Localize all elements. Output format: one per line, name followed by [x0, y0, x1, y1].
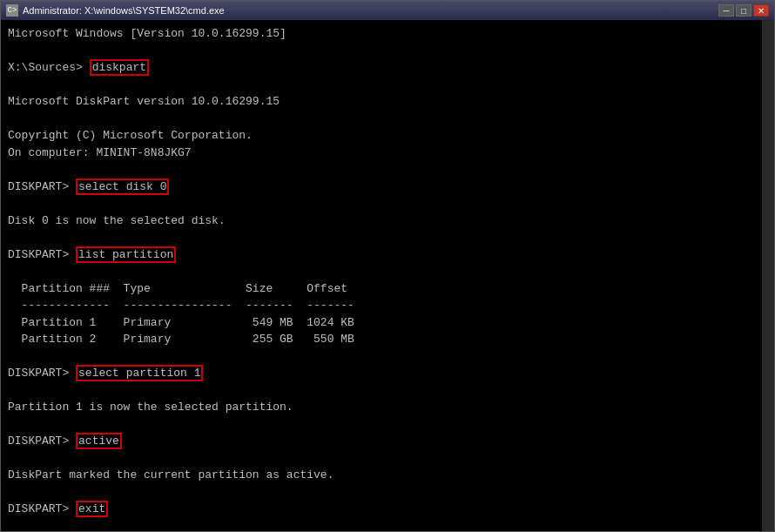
terminal-command-line: X:\Sources> diskpart	[8, 59, 755, 77]
terminal-line: On computer: MININT-8N8JKG7	[8, 145, 755, 162]
terminal-line: Partition 1 Primary 549 MB 1024 KB	[8, 314, 755, 332]
scrollbar[interactable]	[762, 20, 774, 531]
maximize-button[interactable]: □	[736, 4, 751, 17]
terminal-container: Microsoft Windows [Version 10.0.16299.15…	[1, 20, 774, 531]
command-text: list partition	[76, 246, 176, 263]
command-prompt: DISKPART>	[8, 248, 69, 261]
terminal-line: Microsoft Windows [Version 10.0.16299.15…	[8, 25, 755, 43]
terminal-line: Copyright (C) Microsoft Corporation.	[8, 127, 755, 145]
title-bar: C> Administrator: X:\windows\SYSTEM32\cm…	[1, 1, 774, 20]
command-prompt: DISKPART>	[8, 180, 69, 193]
terminal-line: Microsoft DiskPart version 10.0.16299.15	[8, 93, 755, 111]
terminal-command-line: DISKPART> list partition	[8, 246, 755, 264]
terminal-command-line: DISKPART> select disk 0	[8, 178, 755, 196]
terminal-line: Disk 0 is now the selected disk.	[8, 212, 755, 230]
terminal-line: Partition ### Type Size Offset	[8, 280, 755, 298]
title-bar-left: C> Administrator: X:\windows\SYSTEM32\cm…	[6, 4, 225, 17]
command-prompt: DISKPART>	[8, 502, 69, 515]
terminal-line: ------------- ---------------- ------- -…	[8, 297, 755, 314]
command-text: diskpart	[90, 59, 149, 76]
terminal-command-line: DISKPART> select partition 1	[8, 365, 755, 382]
terminal-command-line: DISKPART> exit	[8, 501, 755, 518]
command-text: select disk 0	[76, 178, 169, 195]
terminal-line: Partition 2 Primary 255 GB 550 MB	[8, 331, 755, 348]
close-button[interactable]: ✕	[753, 4, 769, 17]
command-text: active	[76, 433, 122, 449]
command-text: exit	[76, 501, 108, 517]
window-title: Administrator: X:\windows\SYSTEM32\cmd.e…	[23, 5, 225, 16]
terminal-command-line: DISKPART> active	[8, 433, 755, 450]
terminal-line: Partition 1 is now the selected partitio…	[8, 399, 755, 416]
window-controls: ─ □ ✕	[718, 4, 769, 17]
command-prompt: DISKPART>	[8, 367, 69, 380]
cmd-window: C> Administrator: X:\windows\SYSTEM32\cm…	[0, 0, 775, 532]
cmd-icon: C>	[6, 4, 18, 17]
command-prompt: X:\Sources>	[8, 61, 83, 74]
command-prompt: DISKPART>	[8, 434, 69, 448]
terminal-line: DiskPart marked the current partition as…	[8, 467, 755, 484]
minimize-button[interactable]: ─	[718, 4, 734, 17]
terminal-body[interactable]: Microsoft Windows [Version 10.0.16299.15…	[1, 20, 762, 531]
command-text: select partition 1	[76, 365, 203, 381]
